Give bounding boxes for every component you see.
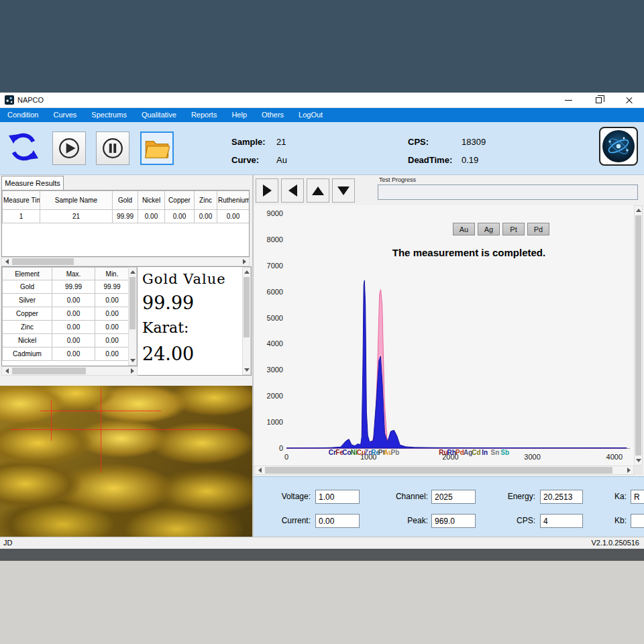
arrow-up-icon (312, 186, 324, 195)
svg-text:In: In (482, 449, 488, 456)
scroll-left-icon[interactable] (2, 367, 11, 375)
legend-button-pd[interactable]: Pd (527, 223, 549, 235)
ka-input[interactable] (631, 490, 644, 504)
table-row[interactable]: Gold 99.99 99.99 (3, 280, 129, 294)
scroll-right-icon[interactable] (239, 258, 249, 266)
atom-logo-icon (602, 129, 635, 163)
minimize-button[interactable] (553, 93, 584, 108)
menu-item-curves[interactable]: Curves (46, 108, 84, 122)
col-header: Min. (95, 268, 129, 280)
refresh-button[interactable] (7, 130, 40, 164)
table-cell: Nickel (3, 334, 52, 347)
svg-text:2000: 2000 (267, 392, 283, 400)
table-row[interactable]: Copper 0.00 0.00 (3, 307, 129, 321)
svg-text:Cd: Cd (472, 449, 480, 456)
svg-text:6000: 6000 (267, 288, 283, 296)
menu-item-reports[interactable]: Reports (184, 108, 225, 122)
menu-bar: Condition Curves Spectrums Qualitative R… (0, 108, 644, 122)
svg-text:Rh: Rh (447, 449, 456, 456)
nav-right-button[interactable] (256, 178, 278, 203)
app-icon (5, 95, 14, 105)
kb-input[interactable] (631, 514, 644, 528)
tab-measure-results[interactable]: Measure Results (1, 176, 64, 190)
voltage-input[interactable] (315, 490, 360, 504)
menu-item-spectrums[interactable]: Spectrums (84, 108, 134, 122)
table-cell: 0.00 (165, 210, 195, 223)
current-input[interactable] (315, 514, 360, 528)
sample-label: Sample: (231, 137, 266, 147)
spectrum-chart: 0100020003000400050006000700080009000010… (254, 205, 634, 466)
table-row[interactable]: Zinc 0.00 0.00 (3, 321, 129, 334)
start-measure-button[interactable] (52, 131, 86, 165)
cps-input[interactable] (540, 514, 583, 528)
gold-value: 99.99 (142, 292, 194, 313)
menu-item-logout[interactable]: LogOut (291, 108, 330, 122)
scrollbar-thumb[interactable] (244, 277, 250, 337)
ka-label: Ka: (594, 492, 627, 501)
scrollbar-thumb[interactable] (265, 467, 612, 474)
legend-button-ag[interactable]: Ag (478, 223, 500, 235)
scrollbar-thumb[interactable] (129, 277, 136, 329)
scrollbar-thumb[interactable] (635, 215, 641, 455)
table-row[interactable]: Silver 0.00 0.00 (3, 294, 129, 307)
scrollbar-thumb[interactable] (12, 258, 74, 265)
nav-up-button[interactable] (307, 178, 329, 203)
scroll-left-icon[interactable] (2, 258, 11, 266)
element-horizontal-scrollbar[interactable] (1, 366, 138, 376)
gold-value-panel: Gold Value 99.99 Karat: 24.00 (138, 266, 252, 376)
refresh-icon (7, 131, 40, 163)
svg-text:4000: 4000 (267, 339, 283, 347)
voltage-label: Voltage: (267, 492, 311, 501)
scroll-up-icon[interactable] (129, 268, 136, 276)
svg-text:0: 0 (284, 453, 288, 461)
chart-horizontal-scrollbar[interactable] (254, 466, 634, 475)
tab-measure-results-label: Measure Results (5, 179, 60, 187)
open-file-button[interactable] (140, 131, 174, 165)
close-button[interactable] (614, 93, 644, 108)
menu-item-qualitative[interactable]: Qualitative (134, 108, 184, 122)
table-row[interactable]: Cadmium 0.00 0.00 (3, 347, 129, 361)
scroll-up-icon[interactable] (243, 268, 250, 276)
element-table: Element Max. Min. Gold 99.99 99.99 Silve… (1, 266, 138, 366)
status-user: JD (3, 539, 12, 547)
table-row[interactable]: 1 21 99.99 0.00 0.00 0.00 0.00 (3, 210, 250, 223)
menu-item-help[interactable]: Help (224, 108, 254, 122)
scroll-left-icon[interactable] (255, 466, 264, 474)
menu-item-others[interactable]: Others (254, 108, 291, 122)
table-cell: Copper (3, 307, 52, 321)
energy-input[interactable] (540, 490, 583, 504)
desktop-strip (0, 549, 644, 561)
element-vertical-scrollbar[interactable] (128, 267, 137, 366)
restore-button[interactable] (584, 93, 614, 108)
table-cell: 0.00 (95, 294, 129, 307)
measure-results-table: Measure Times Sample Name Gold Nickel Co… (1, 190, 250, 257)
table-row[interactable]: Nickel 0.00 0.00 (3, 334, 129, 347)
table-cell: Silver (3, 294, 52, 307)
scroll-right-icon[interactable] (624, 466, 633, 474)
svg-text:7000: 7000 (267, 262, 283, 270)
menu-item-condition[interactable]: Condition (0, 108, 46, 122)
peak-input[interactable] (431, 514, 476, 528)
spectrum-plot[interactable]: 0100020003000400050006000700080009000010… (254, 205, 634, 466)
scroll-down-icon[interactable] (129, 356, 136, 365)
scrollbar-thumb[interactable] (12, 368, 86, 374)
legend-button-pt[interactable]: Pt (502, 223, 525, 235)
results-horizontal-scrollbar[interactable] (1, 257, 250, 266)
scroll-up-icon[interactable] (635, 206, 642, 215)
current-label: Current: (267, 516, 311, 525)
nav-left-button[interactable] (281, 178, 304, 203)
svg-text:5000: 5000 (267, 314, 283, 322)
nav-down-button[interactable] (332, 178, 355, 203)
chart-vertical-scrollbar[interactable] (634, 205, 643, 466)
gold-panel-vertical-scrollbar[interactable] (242, 267, 251, 375)
channel-input[interactable] (431, 490, 476, 504)
desktop-background-top (0, 0, 644, 93)
legend-button-au[interactable]: Au (453, 223, 475, 235)
table-cell: 0.00 (52, 294, 95, 307)
scroll-down-icon[interactable] (243, 366, 250, 374)
scroll-down-icon[interactable] (635, 456, 642, 465)
scroll-right-icon[interactable] (127, 367, 137, 375)
restore-icon (596, 97, 602, 103)
pause-measure-button[interactable] (96, 131, 129, 165)
measurement-fields-panel: Voltage: Channel: Energy: Ka: Current: P… (254, 476, 644, 537)
